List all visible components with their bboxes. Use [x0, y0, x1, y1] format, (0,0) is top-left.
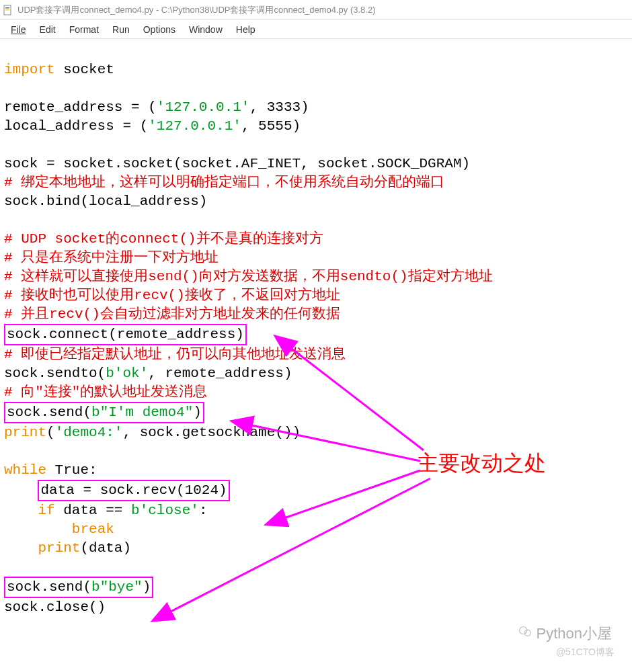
menu-file[interactable]: File: [4, 23, 33, 36]
comment: # 只是在系统中注册一下对方地址: [4, 250, 219, 265]
kw-break: break: [72, 521, 114, 537]
code-text: , sock.getsockname()): [122, 425, 301, 440]
code-text: sock.send(: [7, 579, 91, 595]
title-bar: UDP套接字调用connect_demo4.py - C:\Python38\U…: [0, 0, 632, 20]
comment: # 即使已经指定默认地址，仍可以向其他地址发送消息: [4, 347, 346, 362]
annotation-label: 主要改动之处: [417, 449, 546, 478]
string-literal: b"I'm demo4": [91, 405, 193, 420]
kw-while: while: [4, 462, 46, 478]
code-text: remote_address = (: [4, 99, 157, 115]
code-text: sock.bind(local_address): [4, 194, 207, 209]
string-literal: b'close': [131, 503, 199, 518]
comment: # UDP socket的connect()并不是真的连接对方: [4, 231, 323, 247]
code-text: ): [143, 579, 151, 595]
menu-options[interactable]: Options: [136, 23, 182, 36]
comment: # 并且recv()会自动过滤非对方地址发来的任何数据: [4, 306, 340, 322]
code-text: ): [193, 405, 202, 420]
svg-rect-1: [5, 7, 9, 9]
code-text: sock.connect(remote_address): [7, 327, 244, 342]
comment: # 绑定本地地址，这样可以明确指定端口，不使用系统自动分配的端口: [4, 175, 444, 190]
watermark-text: Python小屋: [537, 624, 613, 644]
svg-rect-2: [5, 9, 9, 11]
code-text: , remote_address): [148, 366, 292, 381]
highlight-box-send2: sock.send(b"bye"): [4, 577, 153, 598]
code-text: sock.sendto(: [4, 366, 106, 381]
code-text: True:: [46, 462, 97, 478]
string-literal: '127.0.0.1': [157, 99, 250, 115]
wechat-icon: [518, 624, 532, 643]
menu-format[interactable]: Format: [63, 23, 106, 36]
code-editor[interactable]: import socket remote_address = ('127.0.0…: [0, 39, 632, 620]
comment: # 接收时也可以使用recv()接收了，不返回对方地址: [4, 288, 340, 303]
watermark-sub: @51CTO博客: [556, 646, 615, 659]
watermark-name: Python小屋: [518, 624, 613, 644]
python-file-icon: [3, 5, 13, 15]
code-text: sock = socket.socket(socket.AF_INET, soc…: [4, 156, 470, 171]
menu-edit[interactable]: Edit: [33, 23, 63, 36]
code-text: (: [46, 425, 55, 440]
code-text: data = sock.recv(1024): [40, 482, 227, 498]
menu-run[interactable]: Run: [106, 23, 136, 36]
kw-print: print: [4, 425, 46, 440]
kw-import: import: [4, 62, 55, 77]
code-text: , 3333): [249, 99, 309, 115]
kw-if: if: [38, 503, 54, 518]
kw-print: print: [38, 540, 80, 556]
code-text: :: [199, 503, 208, 518]
code-text: , 5555): [241, 118, 301, 134]
code-text: sock.close(): [4, 599, 106, 615]
highlight-box-send1: sock.send(b"I'm demo4"): [4, 402, 204, 423]
code-text: (data): [80, 540, 131, 556]
code-text: data ==: [55, 503, 131, 518]
menu-help[interactable]: Help: [229, 23, 262, 36]
string-literal: b'ok': [106, 366, 148, 381]
highlight-box-connect: sock.connect(remote_address): [4, 324, 247, 345]
comment: # 向"连接"的默认地址发送消息: [4, 384, 207, 400]
window-title: UDP套接字调用connect_demo4.py - C:\Python38\U…: [17, 4, 376, 16]
menu-bar: File Edit Format Run Options Window Help: [0, 20, 632, 39]
string-literal: b"bye": [91, 579, 143, 595]
code-text: local_address = (: [4, 118, 148, 134]
highlight-box-recv: data = sock.recv(1024): [38, 480, 229, 501]
menu-window[interactable]: Window: [182, 23, 229, 36]
comment: # 这样就可以直接使用send()向对方发送数据，不用sendto()指定对方地…: [4, 269, 493, 284]
code-text: socket: [55, 62, 114, 77]
string-literal: '127.0.0.1': [148, 118, 241, 134]
string-literal: 'demo4:': [55, 425, 123, 440]
code-text: sock.send(: [7, 405, 91, 420]
